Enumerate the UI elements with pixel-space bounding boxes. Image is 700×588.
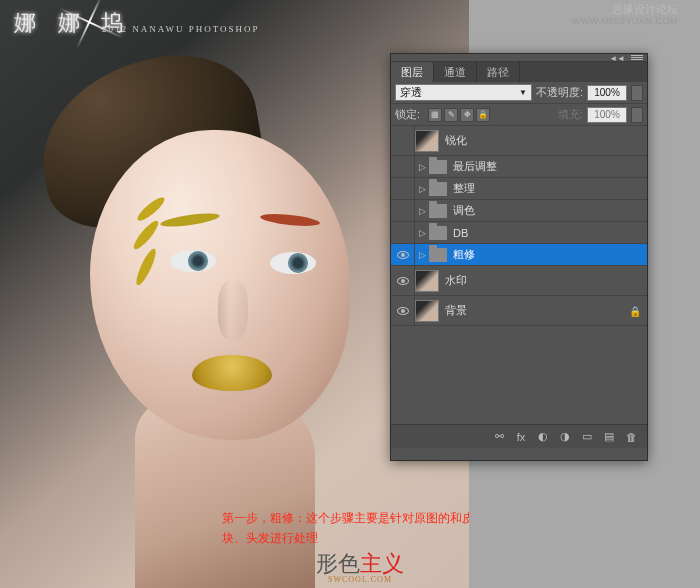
layer-row[interactable]: 背景 🔒 bbox=[391, 296, 647, 326]
adjustment-layer-icon[interactable]: ◑ bbox=[557, 430, 573, 444]
eye-icon bbox=[397, 277, 409, 285]
folder-icon bbox=[429, 226, 447, 240]
blend-mode-dropdown[interactable]: 穿透 ▼ bbox=[395, 84, 532, 101]
layer-thumbnail bbox=[415, 130, 439, 152]
layer-name-label: 水印 bbox=[445, 273, 647, 288]
lock-transparency-icon[interactable]: ▦ bbox=[428, 108, 442, 122]
expand-arrow-icon[interactable]: ▷ bbox=[415, 228, 429, 238]
fill-slider-button[interactable] bbox=[631, 107, 643, 123]
layer-name-label: 背景 bbox=[445, 303, 629, 318]
lock-icon: 🔒 bbox=[629, 306, 639, 316]
lock-label: 锁定: bbox=[395, 107, 420, 122]
forum-url: WWW.MISSYUAN.COM bbox=[572, 16, 678, 26]
forum-name: 思缘设计论坛 bbox=[612, 2, 678, 17]
eye-icon bbox=[397, 251, 409, 259]
new-group-icon[interactable]: ▭ bbox=[579, 430, 595, 444]
lock-all-icon[interactable]: 🔒 bbox=[476, 108, 490, 122]
opacity-label: 不透明度: bbox=[536, 85, 583, 100]
lock-position-icon[interactable]: ✥ bbox=[460, 108, 474, 122]
panel-tabs: 图层 通道 路径 bbox=[391, 62, 647, 82]
layer-name-label: 整理 bbox=[453, 181, 647, 196]
bottom-logo: 形色主义 SWCOOL.COM bbox=[316, 549, 404, 584]
layer-row[interactable]: 锐化 bbox=[391, 126, 647, 156]
lock-fill-row: 锁定: ▦ ✎ ✥ 🔒 填充: 100% bbox=[391, 104, 647, 126]
tab-paths[interactable]: 路径 bbox=[477, 62, 520, 82]
folder-icon bbox=[429, 160, 447, 174]
visibility-toggle[interactable] bbox=[391, 266, 415, 295]
layer-row-selected[interactable]: ▷ 粗修 bbox=[391, 244, 647, 266]
layer-row[interactable]: 水印 bbox=[391, 266, 647, 296]
layer-row[interactable]: ▷ 调色 bbox=[391, 200, 647, 222]
chevron-down-icon: ▼ bbox=[519, 88, 527, 97]
layer-name-label: 最后调整 bbox=[453, 159, 647, 174]
layer-name-label: DB bbox=[453, 227, 647, 239]
expand-arrow-icon[interactable]: ▷ bbox=[415, 250, 429, 260]
layer-list: 锐化 ▷ 最后调整 ▷ 整理 ▷ 调色 ▷ DB ▷ bbox=[391, 126, 647, 424]
expand-arrow-icon[interactable]: ▷ bbox=[415, 162, 429, 172]
layers-panel: ◄◄ 图层 通道 路径 穿透 ▼ 不透明度: 100% 锁定: ▦ ✎ ✥ 🔒 … bbox=[390, 53, 648, 461]
visibility-toggle[interactable] bbox=[391, 200, 415, 221]
blend-opacity-row: 穿透 ▼ 不透明度: 100% bbox=[391, 82, 647, 104]
visibility-toggle[interactable] bbox=[391, 156, 415, 177]
blend-mode-value: 穿透 bbox=[400, 85, 422, 100]
layer-thumbnail bbox=[415, 300, 439, 322]
fill-label: 填充: bbox=[558, 107, 583, 122]
new-layer-icon[interactable]: ▤ bbox=[601, 430, 617, 444]
eye-icon bbox=[397, 307, 409, 315]
layer-name-label: 调色 bbox=[453, 203, 647, 218]
visibility-toggle[interactable] bbox=[391, 178, 415, 199]
visibility-toggle[interactable] bbox=[391, 222, 415, 243]
folder-icon bbox=[429, 204, 447, 218]
layer-style-icon[interactable]: fx bbox=[513, 430, 529, 444]
opacity-input[interactable]: 100% bbox=[587, 85, 627, 101]
panel-top-bar: ◄◄ bbox=[391, 54, 647, 62]
delete-layer-icon[interactable]: 🗑 bbox=[623, 430, 639, 444]
panel-menu-icon[interactable] bbox=[631, 55, 643, 61]
fill-input[interactable]: 100% bbox=[587, 107, 627, 123]
expand-arrow-icon[interactable]: ▷ bbox=[415, 184, 429, 194]
layer-row[interactable]: ▷ 整理 bbox=[391, 178, 647, 200]
expand-arrow-icon[interactable]: ▷ bbox=[415, 206, 429, 216]
tutorial-caption: 第一步，粗修：这个步骤主要是针对原图的和皮肤上的斑块、头发进行处理 bbox=[222, 508, 469, 549]
lock-pixels-icon[interactable]: ✎ bbox=[444, 108, 458, 122]
visibility-toggle[interactable] bbox=[391, 244, 415, 265]
link-layers-icon[interactable]: ⚯ bbox=[491, 430, 507, 444]
tab-layers[interactable]: 图层 bbox=[391, 62, 434, 82]
visibility-toggle[interactable] bbox=[391, 296, 415, 325]
collapse-arrows-icon[interactable]: ◄◄ bbox=[609, 54, 625, 63]
layer-thumbnail bbox=[415, 270, 439, 292]
visibility-toggle[interactable] bbox=[391, 126, 415, 155]
layer-row[interactable]: ▷ 最后调整 bbox=[391, 156, 647, 178]
opacity-slider-button[interactable] bbox=[631, 85, 643, 101]
layer-name-label: 粗修 bbox=[453, 247, 647, 262]
layer-row[interactable]: ▷ DB bbox=[391, 222, 647, 244]
folder-icon bbox=[429, 182, 447, 196]
panel-footer: ⚯ fx ◐ ◑ ▭ ▤ 🗑 bbox=[391, 424, 647, 448]
folder-icon bbox=[429, 248, 447, 262]
tab-channels[interactable]: 通道 bbox=[434, 62, 477, 82]
watermark-subtitle: 2012 NANAWU PHOTOSHOP bbox=[102, 24, 260, 34]
layer-name-label: 锐化 bbox=[445, 133, 647, 148]
layer-mask-icon[interactable]: ◐ bbox=[535, 430, 551, 444]
